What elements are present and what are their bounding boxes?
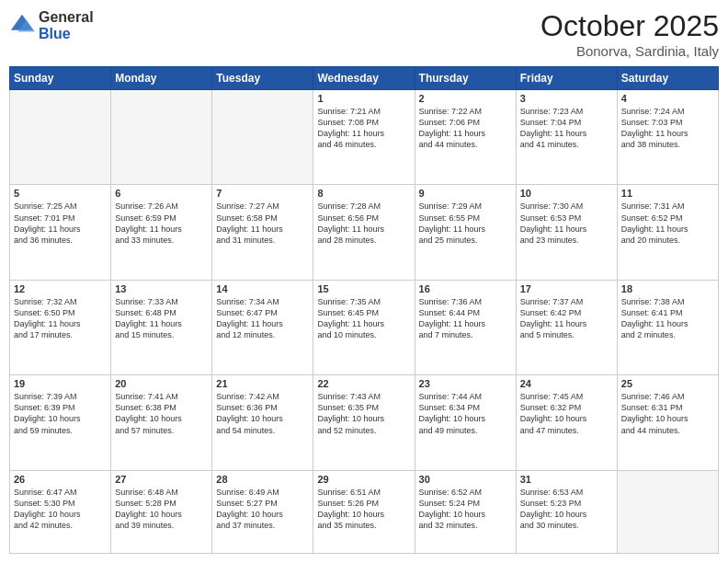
day-info: Sunrise: 7:31 AM Sunset: 6:52 PM Dayligh… xyxy=(621,201,714,246)
day-info: Sunrise: 7:27 AM Sunset: 6:58 PM Dayligh… xyxy=(216,201,309,246)
table-row: 18Sunrise: 7:38 AM Sunset: 6:41 PM Dayli… xyxy=(617,280,718,374)
day-number: 2 xyxy=(419,93,512,104)
day-number: 4 xyxy=(621,93,714,104)
table-row: 22Sunrise: 7:43 AM Sunset: 6:35 PM Dayli… xyxy=(313,375,415,470)
day-info: Sunrise: 7:25 AM Sunset: 7:01 PM Dayligh… xyxy=(14,201,107,246)
day-info: Sunrise: 6:51 AM Sunset: 5:26 PM Dayligh… xyxy=(317,487,410,532)
header: General Blue October 2025 Bonorva, Sardi… xyxy=(9,9,719,59)
table-row: 12Sunrise: 7:32 AM Sunset: 6:50 PM Dayli… xyxy=(10,280,111,374)
day-info: Sunrise: 7:34 AM Sunset: 6:47 PM Dayligh… xyxy=(216,296,309,341)
table-row: 9Sunrise: 7:29 AM Sunset: 6:55 PM Daylig… xyxy=(415,185,516,280)
page: General Blue October 2025 Bonorva, Sardi… xyxy=(0,0,728,563)
day-info: Sunrise: 7:22 AM Sunset: 7:06 PM Dayligh… xyxy=(419,106,512,151)
table-row xyxy=(617,470,718,554)
day-info: Sunrise: 7:41 AM Sunset: 6:38 PM Dayligh… xyxy=(115,391,208,436)
table-row: 28Sunrise: 6:49 AM Sunset: 5:27 PM Dayli… xyxy=(212,470,313,554)
day-number: 23 xyxy=(419,378,512,389)
day-number: 18 xyxy=(621,283,714,294)
day-header-row: Sunday Monday Tuesday Wednesday Thursday… xyxy=(10,67,719,90)
day-number: 15 xyxy=(317,283,410,294)
day-number: 7 xyxy=(216,188,309,199)
col-thursday: Thursday xyxy=(415,67,516,90)
day-number: 26 xyxy=(14,474,107,485)
col-monday: Monday xyxy=(111,67,212,90)
day-number: 16 xyxy=(419,283,512,294)
day-info: Sunrise: 7:37 AM Sunset: 6:42 PM Dayligh… xyxy=(520,296,613,341)
day-info: Sunrise: 7:24 AM Sunset: 7:03 PM Dayligh… xyxy=(621,106,714,151)
day-info: Sunrise: 7:32 AM Sunset: 6:50 PM Dayligh… xyxy=(14,296,107,341)
table-row: 29Sunrise: 6:51 AM Sunset: 5:26 PM Dayli… xyxy=(313,470,415,554)
table-row: 27Sunrise: 6:48 AM Sunset: 5:28 PM Dayli… xyxy=(111,470,212,554)
table-row: 10Sunrise: 7:30 AM Sunset: 6:53 PM Dayli… xyxy=(516,185,617,280)
logo-general-text: General xyxy=(39,9,94,26)
day-number: 25 xyxy=(621,378,714,389)
table-row: 23Sunrise: 7:44 AM Sunset: 6:34 PM Dayli… xyxy=(415,375,516,470)
table-row: 21Sunrise: 7:42 AM Sunset: 6:36 PM Dayli… xyxy=(212,375,313,470)
day-number: 27 xyxy=(115,474,208,485)
table-row: 8Sunrise: 7:28 AM Sunset: 6:56 PM Daylig… xyxy=(313,185,415,280)
day-number: 20 xyxy=(115,378,208,389)
table-row: 16Sunrise: 7:36 AM Sunset: 6:44 PM Dayli… xyxy=(415,280,516,374)
day-info: Sunrise: 7:35 AM Sunset: 6:45 PM Dayligh… xyxy=(317,296,410,341)
day-info: Sunrise: 7:38 AM Sunset: 6:41 PM Dayligh… xyxy=(621,296,714,341)
col-saturday: Saturday xyxy=(617,67,718,90)
day-number: 11 xyxy=(621,188,714,199)
day-info: Sunrise: 6:48 AM Sunset: 5:28 PM Dayligh… xyxy=(115,487,208,532)
table-row: 1Sunrise: 7:21 AM Sunset: 7:08 PM Daylig… xyxy=(313,90,415,185)
table-row xyxy=(212,90,313,185)
day-number: 6 xyxy=(115,188,208,199)
table-row: 31Sunrise: 6:53 AM Sunset: 5:23 PM Dayli… xyxy=(516,470,617,554)
day-info: Sunrise: 7:39 AM Sunset: 6:39 PM Dayligh… xyxy=(14,391,107,436)
day-info: Sunrise: 7:42 AM Sunset: 6:36 PM Dayligh… xyxy=(216,391,309,436)
table-row xyxy=(10,90,111,185)
logo-text: General Blue xyxy=(39,9,94,41)
day-info: Sunrise: 7:21 AM Sunset: 7:08 PM Dayligh… xyxy=(317,106,410,151)
logo-blue-text: Blue xyxy=(39,26,94,42)
day-number: 14 xyxy=(216,283,309,294)
day-info: Sunrise: 7:43 AM Sunset: 6:35 PM Dayligh… xyxy=(317,391,410,436)
day-info: Sunrise: 7:45 AM Sunset: 6:32 PM Dayligh… xyxy=(520,391,613,436)
title-block: October 2025 Bonorva, Sardinia, Italy xyxy=(540,9,719,59)
day-number: 13 xyxy=(115,283,208,294)
day-number: 12 xyxy=(14,283,107,294)
table-row: 7Sunrise: 7:27 AM Sunset: 6:58 PM Daylig… xyxy=(212,185,313,280)
day-number: 8 xyxy=(317,188,410,199)
day-number: 22 xyxy=(317,378,410,389)
day-info: Sunrise: 7:28 AM Sunset: 6:56 PM Dayligh… xyxy=(317,201,410,246)
col-wednesday: Wednesday xyxy=(313,67,415,90)
day-info: Sunrise: 6:49 AM Sunset: 5:27 PM Dayligh… xyxy=(216,487,309,532)
table-row: 25Sunrise: 7:46 AM Sunset: 6:31 PM Dayli… xyxy=(617,375,718,470)
day-info: Sunrise: 7:30 AM Sunset: 6:53 PM Dayligh… xyxy=(520,201,613,246)
table-row: 19Sunrise: 7:39 AM Sunset: 6:39 PM Dayli… xyxy=(10,375,111,470)
day-number: 1 xyxy=(317,93,410,104)
day-info: Sunrise: 7:44 AM Sunset: 6:34 PM Dayligh… xyxy=(419,391,512,436)
day-number: 9 xyxy=(419,188,512,199)
col-friday: Friday xyxy=(516,67,617,90)
day-info: Sunrise: 7:33 AM Sunset: 6:48 PM Dayligh… xyxy=(115,296,208,341)
logo: General Blue xyxy=(9,9,94,41)
day-number: 3 xyxy=(520,93,613,104)
table-row: 30Sunrise: 6:52 AM Sunset: 5:24 PM Dayli… xyxy=(415,470,516,554)
table-row: 3Sunrise: 7:23 AM Sunset: 7:04 PM Daylig… xyxy=(516,90,617,185)
day-info: Sunrise: 6:52 AM Sunset: 5:24 PM Dayligh… xyxy=(419,487,512,532)
day-number: 31 xyxy=(520,474,613,485)
day-info: Sunrise: 7:46 AM Sunset: 6:31 PM Dayligh… xyxy=(621,391,714,436)
day-info: Sunrise: 7:29 AM Sunset: 6:55 PM Dayligh… xyxy=(419,201,512,246)
col-tuesday: Tuesday xyxy=(212,67,313,90)
day-number: 24 xyxy=(520,378,613,389)
table-row: 17Sunrise: 7:37 AM Sunset: 6:42 PM Dayli… xyxy=(516,280,617,374)
logo-icon xyxy=(9,13,35,39)
day-number: 30 xyxy=(419,474,512,485)
day-info: Sunrise: 7:23 AM Sunset: 7:04 PM Dayligh… xyxy=(520,106,613,151)
day-number: 5 xyxy=(14,188,107,199)
day-number: 28 xyxy=(216,474,309,485)
day-number: 10 xyxy=(520,188,613,199)
calendar-table: Sunday Monday Tuesday Wednesday Thursday… xyxy=(9,66,719,554)
table-row: 11Sunrise: 7:31 AM Sunset: 6:52 PM Dayli… xyxy=(617,185,718,280)
table-row: 13Sunrise: 7:33 AM Sunset: 6:48 PM Dayli… xyxy=(111,280,212,374)
location: Bonorva, Sardinia, Italy xyxy=(540,43,719,59)
table-row: 20Sunrise: 7:41 AM Sunset: 6:38 PM Dayli… xyxy=(111,375,212,470)
table-row: 4Sunrise: 7:24 AM Sunset: 7:03 PM Daylig… xyxy=(617,90,718,185)
table-row xyxy=(111,90,212,185)
table-row: 2Sunrise: 7:22 AM Sunset: 7:06 PM Daylig… xyxy=(415,90,516,185)
